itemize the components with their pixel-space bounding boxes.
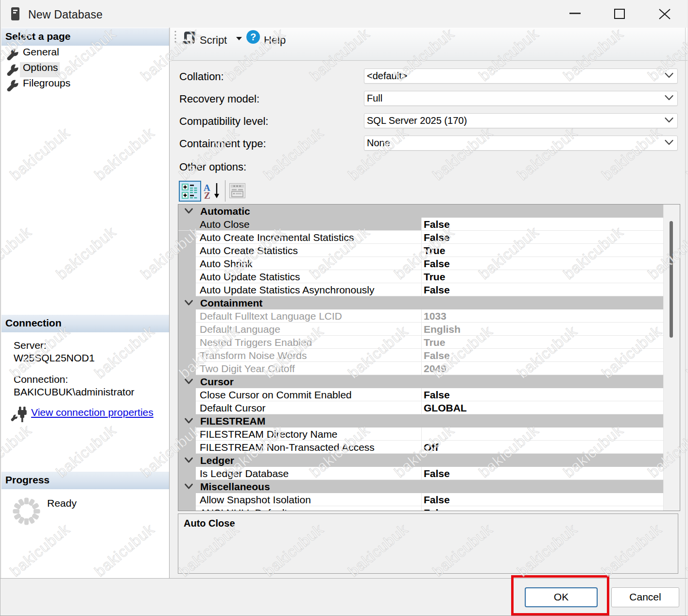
svg-text:?: ? — [250, 32, 256, 42]
